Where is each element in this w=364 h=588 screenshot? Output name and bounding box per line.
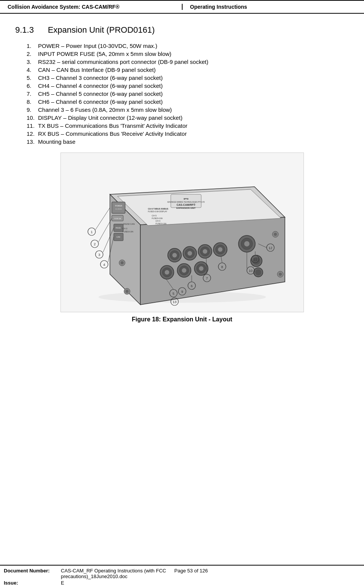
svg-point-46 [255, 269, 261, 275]
svg-point-52 [274, 233, 277, 236]
items-list: 1.POWER – Power Input (10-30VDC, 50W max… [15, 43, 349, 145]
section-heading: 9.1.3 Expansion Unit (PROD0161) [15, 25, 349, 35]
list-item-text: CH6 – Channel 6 connector (6-way panel s… [38, 99, 163, 105]
svg-point-27 [203, 249, 207, 254]
svg-text:CAN: CAN [116, 236, 120, 238]
footer-page-value: Page 53 of 126 [174, 568, 208, 574]
list-item: 5.CH3 – Channel 3 connector (6-way panel… [27, 75, 349, 81]
header-title-right: Operating Instructions [183, 4, 364, 10]
svg-text:ADVANCED MINING TECHNOLOGIES P: ADVANCED MINING TECHNOLOGIES PTY LTD [167, 201, 205, 203]
svg-point-39 [199, 266, 203, 271]
list-item-text: Mounting base [38, 138, 75, 145]
svg-marker-3 [140, 217, 285, 305]
list-item-text: CH3 – Channel 3 connector (6-way panel s… [38, 75, 163, 81]
list-item: 1.POWER – Power Input (10-30VDC, 50W max… [27, 43, 349, 49]
svg-text:13: 13 [172, 300, 176, 304]
list-item-text: CH5 – Channel 5 connector (6-way panel s… [38, 91, 163, 97]
list-item-text: RS232 – serial communications port conne… [38, 59, 208, 65]
footer-doc-row: Document Number: CAS-CAM_RF Operating In… [4, 568, 360, 574]
footer-doc-row2: precautions)_18June2010.doc [4, 574, 360, 579]
figure-image: gmg ADVANCED MINING TECHNOLOGIES PTY LTD… [60, 153, 304, 312]
list-item-number: 6. [27, 83, 38, 89]
list-item: 9.Channel 3 – 6 Fuses (0.8A, 20mm x 5mm … [27, 106, 349, 113]
svg-text:RS232: RS232 [116, 227, 121, 229]
svg-point-42 [244, 241, 250, 246]
svg-text:FUSE 5A: FUSE 5A [114, 218, 121, 219]
list-item: 12.RX BUS – Communications Bus 'Receive'… [27, 130, 349, 137]
list-item-number: 13. [27, 138, 38, 145]
list-item-text: CH4 – Channel 4 connector (6-way panel s… [38, 83, 163, 89]
svg-text:10: 10 [248, 269, 252, 273]
expansion-unit-diagram: gmg ADVANCED MINING TECHNOLOGIES PTY LTD… [64, 156, 300, 308]
list-item-number: 10. [27, 114, 38, 121]
svg-point-48 [121, 261, 124, 264]
list-item: 3.RS232 – serial communications port con… [27, 59, 349, 65]
list-item-number: 4. [27, 67, 38, 73]
list-item-number: 8. [27, 99, 38, 105]
section-title: Expansion Unit (PROD0161) [48, 25, 155, 35]
list-item: 11.TX BUS – Communications Bus 'Transmit… [27, 122, 349, 129]
list-item-number: 2. [27, 51, 38, 57]
svg-text:FUSES-0.8A         DISPLAY: FUSES-0.8A DISPLAY [148, 210, 167, 213]
svg-point-21 [172, 253, 177, 257]
list-item-number: 9. [27, 106, 38, 113]
svg-text:10-30VDC: 10-30VDC [115, 208, 122, 210]
svg-text:12: 12 [268, 246, 272, 250]
svg-point-54 [279, 273, 282, 276]
section-number: 9.1.3 [15, 25, 34, 35]
list-item: 13.Mounting base [27, 138, 349, 145]
svg-rect-10 [112, 202, 125, 213]
svg-point-24 [188, 251, 192, 256]
list-item-number: 3. [27, 59, 38, 65]
svg-text:CH 6    TXBUS RXBUS: CH 6 TXBUS RXBUS [148, 208, 168, 210]
svg-point-33 [165, 270, 169, 275]
svg-point-36 [182, 268, 186, 273]
list-item: 4.CAN – CAN Bus Interface (DB-9 panel so… [27, 67, 349, 73]
svg-text:CH 4: CH 4 [156, 220, 161, 222]
svg-text:1: 1 [91, 230, 92, 234]
page-footer: Document Number: CAS-CAM_RF Operating In… [0, 565, 364, 588]
svg-text:7: 7 [206, 277, 208, 280]
svg-text:6: 6 [191, 284, 192, 288]
svg-text:POWER: POWER [115, 205, 122, 207]
svg-text:FUSES-0.8A: FUSES-0.8A [122, 230, 134, 233]
list-item-text: RX BUS – Communications Bus 'Receive' Ac… [38, 130, 187, 137]
svg-text:CAS-CAM/RF®: CAS-CAM/RF® [176, 203, 196, 206]
svg-text:5: 5 [172, 292, 174, 296]
list-item-text: CAN – CAN Bus Interface (DB-9 panel sock… [38, 67, 156, 73]
svg-text:FUSES-0.8A: FUSES-0.8A [156, 222, 167, 225]
page-header: Collision Avoidance System: CAS-CAM/RF® … [0, 0, 364, 14]
footer-issue-value: E [61, 580, 64, 586]
list-item-number: 11. [27, 122, 38, 129]
list-item-text: TX BUS – Communications Bus 'Transmit' A… [38, 122, 188, 129]
svg-text:8: 8 [221, 265, 223, 269]
svg-point-30 [218, 247, 223, 252]
list-item: 6.CH4 – Channel 4 connector (6-way panel… [27, 83, 349, 89]
figure-caption: Figure 18: Expansion Unit - Layout [132, 316, 232, 323]
list-item-number: 12. [27, 130, 38, 137]
list-item: 2.INPUT POWER FUSE (5A, 20mm x 5mm slow … [27, 51, 349, 57]
list-item: 10.DISPLAY – Display Unit connector (12-… [27, 114, 349, 121]
svg-text:2: 2 [94, 242, 95, 246]
footer-issue-row: Issue: E [4, 580, 360, 586]
svg-text:CH 3: CH 3 [122, 227, 127, 230]
figure-container: gmg ADVANCED MINING TECHNOLOGIES PTY LTD… [15, 153, 349, 323]
svg-line-90 [95, 208, 110, 230]
svg-text:gmg: gmg [183, 197, 188, 200]
header-title-left: Collision Avoidance System: CAS-CAM/RF® [0, 4, 183, 10]
svg-text:RS232    CAN: RS232 CAN [123, 223, 135, 225]
svg-text:4: 4 [103, 263, 105, 267]
main-content: 9.1.3 Expansion Unit (PROD0161) 1.POWER … [0, 14, 364, 338]
footer-doc-value2: precautions)_18June2010.doc [61, 574, 360, 579]
list-item: 7.CH5 – Channel 5 connector (6-way panel… [27, 91, 349, 97]
list-item-number: 7. [27, 91, 38, 97]
footer-doc-value: CAS-CAM_RF Operating Instructions (with … [61, 568, 360, 574]
footer-issue-label: Issue: [4, 580, 61, 586]
svg-text:CH 5: CH 5 [152, 215, 157, 217]
list-item-number: 1. [27, 43, 38, 49]
footer-doc-label: Document Number: [4, 568, 61, 574]
list-item-text: DISPLAY – Display Unit connector (12-way… [38, 114, 183, 121]
svg-text:EXPANSION UNIT: EXPANSION UNIT [176, 207, 196, 209]
list-item-text: POWER – Power Input (10-30VDC, 50W max.) [38, 43, 157, 49]
svg-text:11: 11 [253, 257, 257, 261]
